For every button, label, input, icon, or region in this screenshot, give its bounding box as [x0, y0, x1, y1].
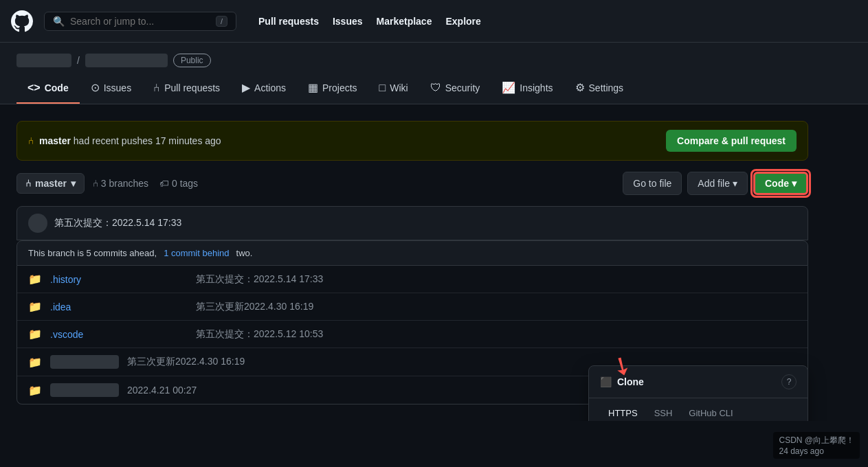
push-branch-name: master: [39, 135, 71, 146]
file-commit-msg: 第五次提交：2022.5.12 10:53: [196, 328, 797, 341]
tab-security[interactable]: 🛡 Security: [419, 73, 491, 104]
search-input[interactable]: [70, 16, 210, 27]
tab-actions[interactable]: ▶ Actions: [231, 73, 297, 104]
branch-selector[interactable]: ⑃ master ▾: [16, 173, 85, 194]
branch-actions: Go to file Add file ▾ Code ▾: [623, 172, 808, 195]
branch-meta: ⑃ 3 branches 🏷 0 tags: [93, 178, 198, 189]
tags-link[interactable]: 🏷 0 tags: [159, 178, 198, 189]
commit-ahead-info: This branch is 5 commits ahead, 1 commit…: [16, 240, 808, 266]
top-nav: 🔍 / Pull requests Issues Marketplace Exp…: [0, 0, 868, 43]
tab-projects[interactable]: ▦ Projects: [297, 73, 368, 104]
file-link[interactable]: .idea: [50, 301, 188, 312]
security-icon: 🛡: [430, 82, 441, 94]
commit-info: 第五次提交：2022.5.14 17:33: [16, 206, 808, 240]
branch-icon: ⑃: [28, 135, 34, 146]
repo-tabs: <> Code ⊙ Issues ⑃ Pull requests ▶ Actio…: [16, 73, 852, 104]
repo-name-blurred: [85, 54, 168, 67]
issues-icon: ⊙: [91, 81, 100, 94]
chevron-down-icon: ▾: [71, 178, 76, 189]
commit-message: 第五次提交：2022.5.14 17:33: [54, 217, 181, 229]
clone-tabs: HTTPS SSH GitHub CLI: [589, 398, 808, 421]
push-notice: ⑃ master had recent pushes 17 minutes ag…: [16, 121, 808, 161]
folder-icon: 📁: [28, 356, 42, 369]
repo-header: / Public <> Code ⊙ Issues ⑃ Pull request…: [0, 43, 868, 104]
folder-icon: 📁: [28, 384, 42, 397]
wiki-icon: □: [379, 82, 386, 94]
clone-terminal-icon: ⬛: [600, 376, 612, 387]
help-button[interactable]: ?: [781, 374, 797, 389]
file-name-blurred: [50, 355, 119, 369]
behind-suffix: two.: [236, 248, 253, 258]
add-file-chevron-icon: ▾: [733, 178, 737, 189]
file-commit-msg: 第三次更新2022.4.30 16:19: [196, 301, 797, 313]
tab-issues[interactable]: ⊙ Issues: [80, 73, 142, 104]
main-content: ⑃ master had recent pushes 17 minutes ag…: [0, 104, 825, 421]
repo-name-row: / Public: [16, 54, 852, 67]
insights-icon: 📈: [502, 81, 515, 94]
clone-tab-ssh[interactable]: SSH: [646, 404, 681, 421]
nav-pull-requests[interactable]: Pull requests: [253, 12, 324, 31]
code-button[interactable]: Code ▾: [753, 172, 808, 195]
code-btn-wrapper: Code ▾: [753, 172, 808, 195]
add-file-button[interactable]: Add file ▾: [687, 172, 748, 195]
public-badge: Public: [173, 54, 211, 67]
clone-tab-githubcli[interactable]: GitHub CLI: [680, 404, 741, 421]
nav-issues[interactable]: Issues: [327, 12, 368, 31]
nav-explore[interactable]: Explore: [440, 12, 486, 31]
folder-icon: 📁: [28, 273, 42, 286]
folder-icon: 📁: [28, 300, 42, 313]
settings-icon: ⚙: [575, 81, 585, 94]
compare-pull-request-button[interactable]: Compare & pull request: [666, 130, 797, 152]
tab-settings[interactable]: ⚙ Settings: [564, 73, 635, 104]
nav-marketplace[interactable]: Marketplace: [371, 12, 438, 31]
github-logo-icon: [11, 10, 33, 32]
search-bar[interactable]: 🔍 /: [44, 12, 236, 31]
avatar: [28, 214, 47, 233]
file-link[interactable]: .vscode: [50, 329, 188, 340]
tag-icon: 🏷: [159, 178, 169, 189]
table-row: 📁 .vscode 第五次提交：2022.5.12 10:53: [17, 321, 808, 348]
repo-owner-blurred: [16, 54, 71, 67]
tab-code[interactable]: <> Code: [16, 73, 80, 104]
search-icon: 🔍: [53, 16, 65, 27]
branch-icon-small: ⑃: [93, 178, 98, 189]
tab-pull-requests[interactable]: ⑃ Pull requests: [142, 73, 231, 104]
code-icon: <>: [27, 82, 41, 94]
file-commit-msg: 第五次提交：2022.5.14 17:33: [196, 273, 797, 286]
clone-tab-https[interactable]: HTTPS: [600, 404, 646, 421]
projects-icon: ▦: [308, 81, 318, 94]
branches-link[interactable]: ⑃ 3 branches: [93, 178, 148, 189]
ahead-text: This branch is 5 commits ahead,: [28, 248, 157, 258]
actions-icon: ▶: [242, 81, 250, 94]
branch-selector-label: master: [35, 178, 67, 189]
folder-icon: 📁: [28, 328, 42, 341]
file-link[interactable]: .history: [50, 274, 188, 285]
tab-wiki[interactable]: □ Wiki: [368, 73, 419, 104]
code-chevron-icon: ▾: [792, 178, 797, 189]
table-row: 📁 .history 第五次提交：2022.5.14 17:33: [17, 266, 808, 293]
branch-row: ⑃ master ▾ ⑃ 3 branches 🏷 0 tags Go to f…: [16, 172, 808, 195]
push-notice-left: ⑃ master had recent pushes 17 minutes ag…: [28, 135, 221, 146]
tab-insights[interactable]: 📈 Insights: [491, 73, 564, 104]
goto-file-button[interactable]: Go to file: [623, 172, 682, 195]
behind-link[interactable]: 1 commit behind: [164, 248, 229, 258]
push-message: had recent pushes 17 minutes ago: [74, 135, 221, 146]
branch-selector-icon: ⑃: [25, 178, 31, 189]
pr-icon: ⑃: [153, 82, 160, 94]
slash-key: /: [216, 16, 227, 27]
table-row: 📁 .idea 第三次更新2022.4.30 16:19: [17, 293, 808, 321]
file-name-blurred: [50, 383, 119, 397]
top-nav-links: Pull requests Issues Marketplace Explore: [253, 12, 487, 31]
